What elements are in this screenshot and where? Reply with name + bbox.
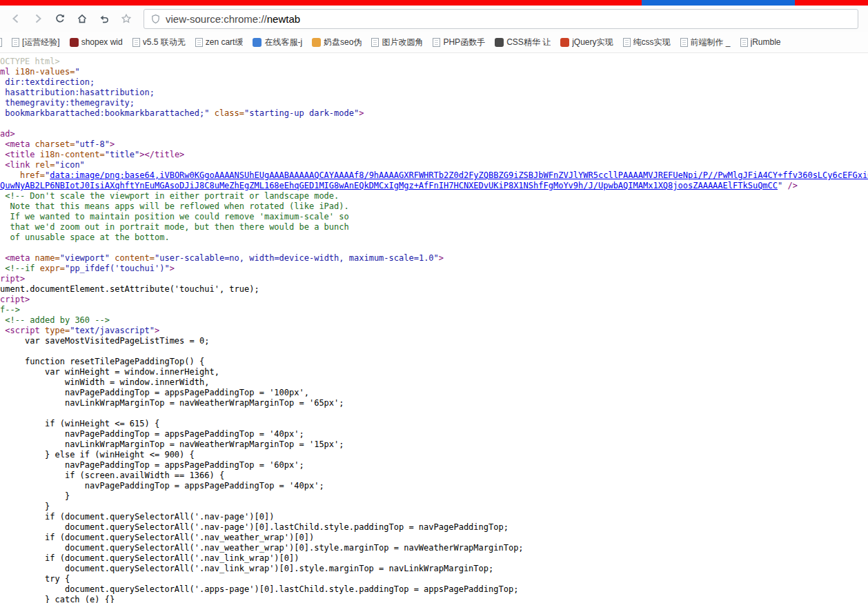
bookmark-label: shopex wid xyxy=(81,37,123,47)
code-token: try { xyxy=(0,574,70,584)
star-icon xyxy=(121,13,132,24)
url-host: newtab xyxy=(267,13,300,25)
back-button[interactable] xyxy=(6,8,26,29)
source-line: try { xyxy=(0,574,868,584)
bookmark-label: 奶盘seo伪 xyxy=(324,37,362,48)
code-token: } xyxy=(0,491,70,501)
bookmark-item[interactable]: 纯css实现 xyxy=(618,34,675,50)
data-uri-link[interactable]: data:image/png;base64,iVBORw0KGgoAAAANSU… xyxy=(50,170,868,180)
code-token: <meta xyxy=(5,139,34,149)
site-favicon-icon xyxy=(495,38,504,47)
bookmark-item[interactable]: jQuery实现 xyxy=(555,34,618,50)
code-token: themegravity:themegravity; xyxy=(0,98,135,108)
bookmark-item[interactable]: PHP函数手 xyxy=(428,34,490,50)
code-token xyxy=(209,108,214,118)
undo-button[interactable] xyxy=(94,8,115,29)
shield-icon xyxy=(150,14,161,24)
source-line xyxy=(0,346,868,357)
code-token: "text/javascript" xyxy=(70,326,155,335)
code-token: navPagePaddingTop = appsPagePaddingTop =… xyxy=(0,429,304,439)
code-token: rel= xyxy=(35,160,55,170)
code-token: var winHeight = window.innerHeight, xyxy=(0,367,219,377)
back-icon xyxy=(10,13,21,24)
source-line: if (document.querySelectorAll('.nav-page… xyxy=(0,512,868,522)
home-button[interactable] xyxy=(72,8,92,29)
source-line: document.querySelectorAll('.nav_link_wra… xyxy=(0,564,868,574)
bookmark-item[interactable]: [运营经验] xyxy=(7,34,65,50)
code-token: <meta xyxy=(5,253,34,263)
code-token: navPagePaddingTop = appsPagePaddingTop =… xyxy=(0,481,324,491)
frame-highlight xyxy=(642,0,795,6)
bookmark-item[interactable]: shopex wid xyxy=(65,35,128,49)
code-token: navLinkWrapMarginTop = navWeatherWrapMar… xyxy=(0,439,344,449)
code-token: i18n-content= xyxy=(40,150,105,159)
site-favicon-icon xyxy=(253,38,262,47)
source-line: f--> xyxy=(0,305,868,315)
refresh-button[interactable] xyxy=(50,8,70,29)
code-token: <link xyxy=(5,160,34,170)
bookmark-item[interactable]: zen cart缓 xyxy=(190,34,248,50)
page-favicon-icon xyxy=(0,38,2,47)
data-uri-link[interactable]: QuwNyAB2LP6NBIotJ0IsiAXqhftYnEuMGAsoDJiJ… xyxy=(0,181,778,190)
page-favicon-icon xyxy=(371,38,379,47)
source-line: navPagePaddingTop = appsPagePaddingTop =… xyxy=(0,388,868,398)
code-token: bookmarkbarattached:bookmarkbarattached;… xyxy=(0,108,209,118)
bookmark-item[interactable] xyxy=(0,36,7,49)
code-token: ad> xyxy=(0,129,15,139)
bookmark-label: jQuery实现 xyxy=(572,37,613,48)
source-line: Note that this means apps will be reflow… xyxy=(0,201,868,212)
code-token: > xyxy=(110,139,115,149)
source-line: navLinkWrapMarginTop = navWeatherWrapMar… xyxy=(0,439,868,450)
url-scheme: view-source:chrome:// xyxy=(166,13,267,25)
source-line: document.querySelectorAll('.nav-page')[0… xyxy=(0,522,868,533)
bookmark-star-button[interactable] xyxy=(116,8,137,29)
bookmark-item[interactable]: CSS精华 让 xyxy=(490,34,555,50)
source-line: <meta name="viewport" content="user-scal… xyxy=(0,253,868,264)
page-favicon-icon xyxy=(195,38,203,47)
bookmark-label: zen cart缓 xyxy=(206,37,244,48)
code-token: > xyxy=(439,253,444,263)
code-token: content= xyxy=(115,253,155,263)
browser-window: view-source:chrome://newtab [运营经验]shopex… xyxy=(0,0,868,603)
code-token: " xyxy=(75,67,79,77)
code-token: expr= xyxy=(40,264,65,273)
source-line: winWidth = window.innerWidth, xyxy=(0,377,868,388)
source-line: <meta charset="utf-8"> xyxy=(0,139,868,150)
source-line: <!-- added by 360 --> xyxy=(0,315,868,326)
bookmarks-bar: [运营经验]shopex widv5.5 联动无zen cart缓在线客服-j奶… xyxy=(0,32,868,53)
source-line: document.querySelectorAll('.nav_weather_… xyxy=(0,543,868,553)
source-line: } catch (e) {} xyxy=(0,595,868,603)
bookmark-item[interactable]: jRumble xyxy=(736,35,786,49)
code-token xyxy=(0,170,20,180)
code-token: "pp_ifdef('touchui')" xyxy=(65,264,170,273)
code-token: <!-- Don't scale the viewport in either … xyxy=(5,191,339,201)
code-token: hasattribution:hasattribution; xyxy=(0,88,155,97)
source-line xyxy=(0,243,868,253)
address-bar[interactable]: view-source:chrome://newtab xyxy=(144,9,858,29)
bookmark-item[interactable]: 在线客服-j xyxy=(248,34,307,50)
code-token: i18n-values= xyxy=(15,67,75,77)
code-token: "title" xyxy=(105,150,140,159)
bookmark-item[interactable]: 图片改圆角 xyxy=(366,34,428,50)
code-token: "starting-up dark-mode" xyxy=(244,108,359,118)
bookmark-label: jRumble xyxy=(751,37,781,47)
bookmark-item[interactable]: v5.5 联动无 xyxy=(128,34,190,50)
source-line: If we wanted to maintain position we cou… xyxy=(0,212,868,222)
bookmark-item[interactable]: 前端制作 _ xyxy=(675,34,736,50)
source-line: dir:textdirection; xyxy=(0,77,868,88)
source-line: href="data:image/png;base64,iVBORw0KGgoA… xyxy=(0,170,868,181)
source-line: function resetTilePagePaddingTop() { xyxy=(0,357,868,367)
code-token: navPagePaddingTop = appsPagePaddingTop =… xyxy=(0,460,304,470)
bookmark-item[interactable]: 奶盘seo伪 xyxy=(307,34,366,50)
site-favicon-icon xyxy=(70,38,79,47)
source-line: if (screen.availWidth == 1366) { xyxy=(0,471,868,481)
code-token: document.querySelectorAll('.nav-page')[0… xyxy=(0,522,509,532)
code-token: that we'd zoom out in portrait mode, but… xyxy=(0,222,349,232)
forward-button[interactable] xyxy=(28,8,48,29)
code-token: <script xyxy=(5,326,45,335)
code-token: navLinkWrapMarginTop = navWeatherWrapMar… xyxy=(0,398,344,408)
bookmark-label: v5.5 联动无 xyxy=(143,37,186,48)
source-line: of unusable space at the bottom. xyxy=(0,233,868,243)
code-token: ument.documentElement.setAttribute('touc… xyxy=(0,284,259,294)
window-frame-strip xyxy=(0,0,868,6)
